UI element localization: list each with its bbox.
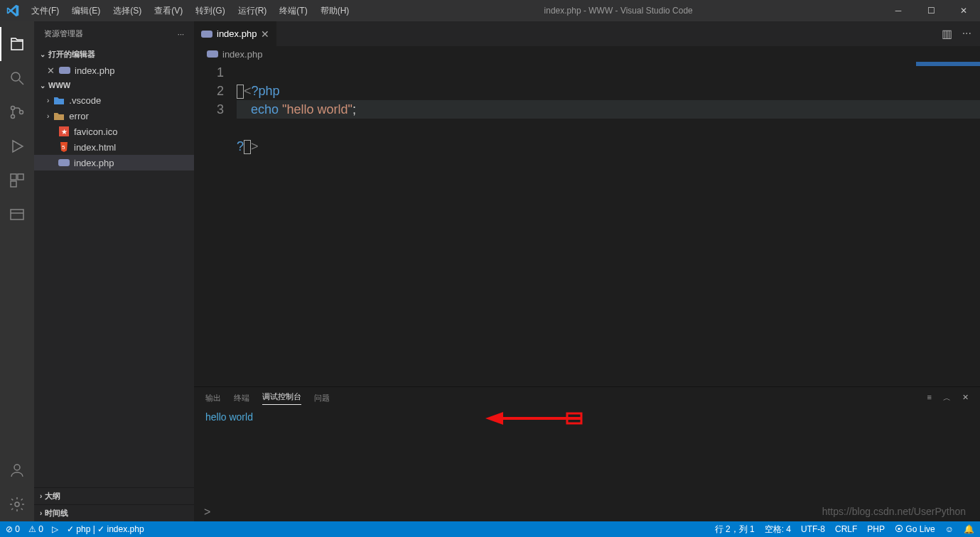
close-icon[interactable]: ✕ — [47, 65, 55, 76]
tree-item-label: .vscode — [69, 95, 101, 106]
maximize-button[interactable]: ☐ — [915, 0, 947, 21]
status-line-col[interactable]: 行 2，列 1 — [715, 524, 755, 536]
folder-icon — [53, 94, 65, 106]
minimize-button[interactable]: ─ — [882, 0, 915, 21]
tree-file-favicon[interactable]: ★ favicon.ico — [34, 124, 194, 139]
svg-line-1 — [19, 80, 23, 85]
search-icon[interactable] — [0, 61, 34, 95]
more-icon[interactable]: ··· — [962, 27, 971, 40]
panel-tab-bar: 输出 终端 调试控制台 问题 ≡ ︿ ✕ — [194, 387, 980, 408]
svg-point-10 — [14, 465, 20, 470]
account-icon[interactable] — [0, 453, 34, 487]
bottom-panel: 输出 终端 调试控制台 问题 ≡ ︿ ✕ hello world > — [194, 386, 980, 521]
close-icon[interactable]: ✕ — [261, 28, 269, 40]
svg-marker-20 — [485, 412, 503, 425]
menu-file[interactable]: 文件(F) — [26, 2, 65, 20]
window-title: index.php - WWW - Visual Studio Code — [355, 6, 882, 16]
editor-tab-index-php[interactable]: index.php ✕ — [194, 21, 276, 46]
code-token: ?php — [252, 84, 280, 98]
php-file-icon — [59, 65, 70, 76]
status-lang-check[interactable]: ✓ php | ✓ index.php — [67, 524, 144, 534]
split-editor-icon[interactable]: ▥ — [942, 27, 952, 40]
settings-gear-icon[interactable] — [0, 487, 34, 521]
svg-point-0 — [11, 72, 20, 81]
run-debug-icon[interactable] — [0, 129, 34, 163]
svg-rect-6 — [18, 174, 23, 180]
close-panel-icon[interactable]: ✕ — [962, 393, 969, 403]
code-token: ? — [237, 139, 244, 153]
menu-go[interactable]: 转到(G) — [190, 2, 230, 20]
menu-help[interactable]: 帮助(H) — [315, 2, 355, 20]
svg-rect-7 — [11, 181, 16, 187]
panel-tab-debug-console[interactable]: 调试控制台 — [262, 391, 301, 405]
open-editors-section[interactable]: ⌄ 打开的编辑器 — [34, 46, 194, 63]
tree-file-php[interactable]: index.php — [34, 155, 194, 170]
status-eol[interactable]: CRLF — [835, 524, 857, 534]
tree-folder-error[interactable]: › error — [34, 108, 194, 124]
status-go-live[interactable]: ⦿ Go Live — [895, 524, 935, 534]
status-errors[interactable]: ⊘ 0 — [6, 524, 20, 534]
collapse-panel-icon[interactable]: ︿ — [943, 393, 951, 403]
svg-point-2 — [11, 107, 15, 110]
status-language[interactable]: PHP — [867, 524, 885, 534]
source-control-icon[interactable] — [0, 95, 34, 129]
svg-text:★: ★ — [61, 128, 68, 136]
line-number: 2 — [194, 82, 224, 100]
outline-section[interactable]: › 大纲 — [34, 487, 194, 504]
sidebar-title: 资源管理器 — [44, 28, 83, 39]
console-output: hello world — [205, 411, 253, 423]
open-editor-item[interactable]: ✕ index.php — [34, 63, 194, 78]
svg-rect-17 — [201, 31, 212, 38]
svg-text:5: 5 — [62, 144, 65, 151]
tree-file-html[interactable]: 5 index.html — [34, 139, 194, 155]
status-spaces[interactable]: 空格: 4 — [765, 524, 791, 536]
explorer-icon[interactable] — [0, 27, 34, 61]
sidebar-header: 资源管理器 ··· — [34, 21, 194, 46]
chevron-right-icon: › — [40, 492, 42, 500]
php-file-icon — [58, 157, 70, 168]
php-file-icon — [207, 50, 218, 58]
status-encoding[interactable]: UTF-8 — [801, 524, 825, 534]
svg-point-3 — [11, 115, 15, 119]
code-editor[interactable]: 1 2 3 <?php echo "hello world"; ?> — [194, 62, 980, 386]
close-button[interactable]: ✕ — [947, 0, 980, 21]
line-number: 3 — [194, 100, 224, 119]
extensions-icon[interactable] — [0, 163, 34, 197]
workspace-section[interactable]: ⌄ WWW — [34, 78, 194, 92]
panel-tab-output[interactable]: 输出 — [205, 393, 221, 403]
line-gutter: 1 2 3 — [194, 62, 237, 386]
layout-icon[interactable] — [0, 197, 34, 232]
code-content: <?php echo "hello world"; ?> — [237, 62, 980, 386]
status-bell-icon[interactable]: 🔔 — [964, 524, 974, 534]
timeline-label: 时间线 — [45, 508, 68, 519]
status-warnings[interactable]: ⚠ 0 — [28, 524, 43, 534]
watermark-text: https://blog.csdn.net/UserPython — [822, 506, 966, 517]
tree-folder-vscode[interactable]: › .vscode — [34, 92, 194, 108]
more-icon[interactable]: ··· — [178, 30, 184, 38]
svg-rect-8 — [11, 210, 23, 219]
debug-console-body[interactable]: hello world — [194, 408, 980, 506]
menu-edit[interactable]: 编辑(E) — [66, 2, 106, 20]
menu-terminal[interactable]: 终端(T) — [274, 2, 313, 20]
chevron-right-icon: › — [47, 112, 49, 120]
menu-run[interactable]: 运行(R) — [232, 2, 273, 20]
breadcrumb[interactable]: index.php — [194, 46, 980, 62]
breadcrumb-label: index.php — [222, 49, 262, 60]
chevron-down-icon: ⌄ — [40, 50, 45, 58]
menu-select[interactable]: 选择(S) — [107, 2, 147, 20]
minimap[interactable] — [916, 62, 980, 386]
tree-item-label: error — [69, 111, 88, 121]
timeline-section[interactable]: › 时间线 — [34, 504, 194, 521]
status-feedback-icon[interactable]: ☺ — [945, 524, 954, 534]
html-file-icon: 5 — [58, 141, 70, 153]
menu-view[interactable]: 查看(V) — [149, 2, 188, 20]
chevron-down-icon: ⌄ — [40, 82, 45, 90]
panel-tab-problems[interactable]: 问题 — [314, 393, 330, 403]
vscode-logo-icon — [0, 4, 26, 17]
filter-icon[interactable]: ≡ — [927, 393, 932, 403]
svg-rect-12 — [59, 67, 70, 74]
folder-icon — [53, 110, 65, 121]
annotation-arrow-icon — [485, 410, 585, 431]
panel-tab-terminal[interactable]: 终端 — [234, 393, 249, 403]
status-run-icon[interactable]: ▷ — [52, 524, 58, 534]
